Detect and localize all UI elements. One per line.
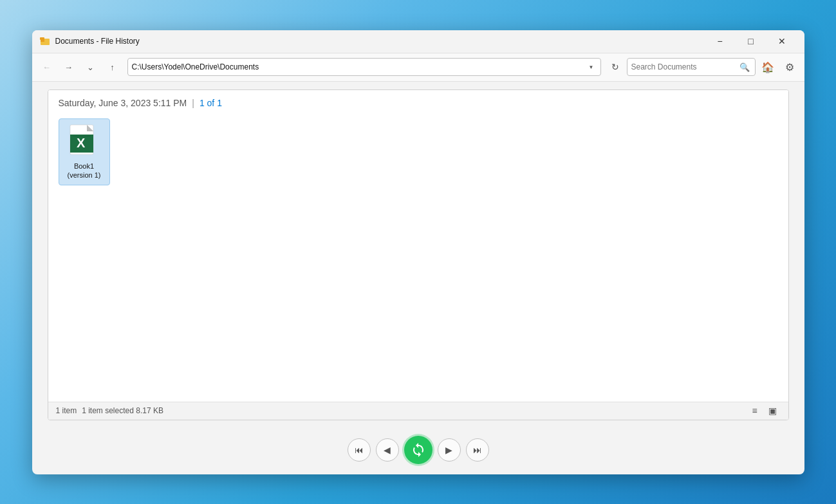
page-info: 1 of 1 xyxy=(200,98,222,108)
header-separator: | xyxy=(192,98,194,108)
address-bar: ▼ xyxy=(127,58,601,76)
toolbar: ← → ⌄ ↑ ▼ ↻ 🔍 🏠 ⚙ xyxy=(32,53,804,82)
prev-button[interactable]: ◀ xyxy=(376,438,399,462)
title-bar: Documents - File History − □ ✕ xyxy=(32,30,804,53)
search-input[interactable] xyxy=(631,62,736,71)
svg-text:X: X xyxy=(77,136,86,150)
date-header: Saturday, June 3, 2023 5:11 PM | 1 of 1 xyxy=(48,90,788,113)
restore-icon xyxy=(411,442,426,458)
svg-rect-9 xyxy=(73,136,91,136)
file-name: Book1(version 1) xyxy=(68,162,101,180)
minimize-button[interactable]: − xyxy=(705,31,735,51)
refresh-button[interactable]: ↻ xyxy=(606,58,624,76)
list-item[interactable]: X Book1(version 1) xyxy=(59,118,110,186)
restore-button[interactable] xyxy=(404,436,432,464)
search-button[interactable]: 🔍 xyxy=(738,61,751,73)
address-input[interactable] xyxy=(132,62,584,71)
home-button[interactable]: 🏠 xyxy=(758,57,777,77)
item-count: 1 item xyxy=(56,406,77,415)
forward-button[interactable]: → xyxy=(59,57,79,77)
window-controls: − □ ✕ xyxy=(705,31,797,51)
date-label: Saturday, June 3, 2023 5:11 PM xyxy=(59,98,187,108)
excel-file-icon: X xyxy=(69,124,100,159)
first-button[interactable]: ⏮ xyxy=(348,438,371,462)
close-button[interactable]: ✕ xyxy=(767,31,797,51)
app-icon xyxy=(40,36,50,46)
selected-info: 1 item selected 8.17 KB xyxy=(82,406,163,415)
address-dropdown-button[interactable]: ▼ xyxy=(586,62,597,72)
up-button[interactable]: ↑ xyxy=(103,57,122,77)
content-area: Saturday, June 3, 2023 5:11 PM | 1 of 1 xyxy=(48,89,789,420)
list-view-button[interactable]: ≡ xyxy=(747,404,763,418)
nav-controls: ⏮ ◀ ▶ ⏭ xyxy=(32,428,804,474)
view-controls: ≡ ▣ xyxy=(747,404,781,418)
window-title: Documents - File History xyxy=(55,37,705,46)
file-history-window: Documents - File History − □ ✕ ← → ⌄ ↑ ▼… xyxy=(32,30,804,474)
search-bar: 🔍 xyxy=(627,58,756,76)
settings-button[interactable]: ⚙ xyxy=(780,57,799,77)
next-button[interactable]: ▶ xyxy=(438,438,461,462)
file-grid: X Book1(version 1) xyxy=(48,113,788,402)
back-button[interactable]: ← xyxy=(37,57,57,77)
status-bar: 1 item 1 item selected 8.17 KB ≡ ▣ xyxy=(48,402,788,420)
last-button[interactable]: ⏭ xyxy=(466,438,489,462)
recent-locations-button[interactable]: ⌄ xyxy=(81,57,100,77)
svg-rect-2 xyxy=(40,37,44,40)
grid-view-button[interactable]: ▣ xyxy=(765,404,781,418)
maximize-button[interactable]: □ xyxy=(736,31,766,51)
